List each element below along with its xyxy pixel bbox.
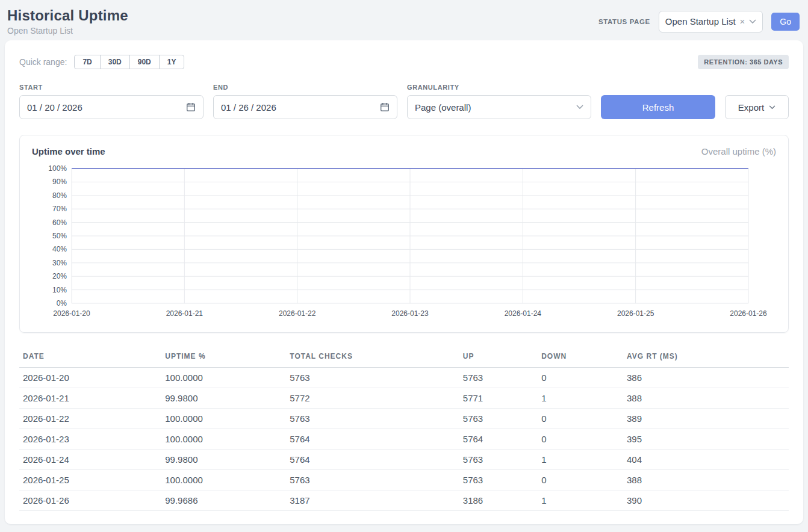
uptime-table: DATEUPTIME %TOTAL CHECKSUPDOWNAVG RT (MS… [19,348,789,511]
filters-row: START 01 / 20 / 2026 END 01 / 26 / 2026 … [19,84,789,119]
quick-range-7d-button[interactable]: 7D [74,55,100,69]
chart-svg: 0%10%20%30%40%50%60%70%80%90%100%2026-01… [32,162,776,324]
quick-range-label: Quick range: [19,57,67,67]
cell-total-checks: 5763 [288,409,462,429]
granularity-select[interactable]: Page (overall) [407,95,591,119]
cell-date: 2026-01-26 [19,490,164,511]
table-row: 2026-01-2199.9800577257711388 [19,388,789,409]
cell-uptime-pct: 100.0000 [164,429,288,450]
cell-avg-rt: 388 [626,470,789,490]
status-page-selected-value: Open Startup List [665,16,736,26]
end-date-input[interactable]: 01 / 26 / 2026 [213,95,397,119]
cell-up: 5763 [462,409,540,429]
cell-date: 2026-01-20 [19,368,164,388]
cell-avg-rt: 395 [626,429,789,450]
cell-down: 1 [540,450,626,470]
granularity-label: GRANULARITY [407,84,591,91]
calendar-icon[interactable] [186,102,196,112]
column-header: UPTIME % [164,348,288,368]
export-button[interactable]: Export [725,95,789,119]
column-header: DOWN [540,348,626,368]
chevron-down-icon [749,19,756,24]
x-axis-tick-label: 2026-01-26 [730,309,767,318]
y-axis-tick-label: 100% [48,164,67,173]
y-axis-tick-label: 60% [52,218,67,227]
start-label: START [19,84,204,91]
uptime-chart-panel: Uptime over time Overall uptime (%) 0%10… [19,135,789,333]
start-date-input[interactable]: 01 / 20 / 2026 [19,95,204,119]
start-date-value: 01 / 20 / 2026 [27,102,82,113]
cell-total-checks: 5763 [288,470,462,490]
page-header: Historical Uptime Open Startup List STAT… [0,0,808,39]
x-axis-tick-label: 2026-01-23 [391,309,429,318]
y-axis-tick-label: 40% [52,245,67,253]
refresh-button[interactable]: Refresh [601,95,715,119]
cell-avg-rt: 388 [626,388,789,409]
column-header: TOTAL CHECKS [288,348,462,368]
granularity-selected-value: Page (overall) [415,102,471,113]
cell-uptime-pct: 100.0000 [164,409,288,429]
cell-date: 2026-01-23 [19,429,164,450]
table-row: 2026-01-2499.9800576457631404 [19,450,789,470]
quick-range-90d-button[interactable]: 90D [129,55,160,69]
x-axis-tick-label: 2026-01-21 [166,309,204,318]
cell-total-checks: 5764 [288,429,462,450]
x-axis-tick-label: 2026-01-25 [617,309,654,318]
table-row: 2026-01-22100.0000576357630389 [19,409,789,429]
x-axis-tick-label: 2026-01-24 [505,309,542,318]
go-button[interactable]: Go [771,13,800,31]
status-page-label: STATUS PAGE [598,18,650,25]
cell-date: 2026-01-22 [19,409,164,429]
cell-total-checks: 5764 [288,450,462,470]
cell-avg-rt: 404 [626,450,789,470]
cell-up: 5763 [462,470,540,490]
uptime-table-head-row: DATEUPTIME %TOTAL CHECKSUPDOWNAVG RT (MS… [19,348,789,368]
chevron-down-icon [769,105,775,110]
y-axis-tick-label: 10% [52,286,67,294]
cell-up: 3186 [462,490,540,511]
main-card: Quick range: 7D 30D 90D 1Y RETENTION: 36… [5,40,803,524]
granularity-field: GRANULARITY Page (overall) [407,84,591,119]
cell-avg-rt: 390 [626,490,789,511]
page-title: Historical Uptime [7,7,128,24]
end-label: END [213,84,397,91]
cell-down: 0 [540,470,626,490]
chart-title: Uptime over time [32,146,105,156]
start-date-field: START 01 / 20 / 2026 [19,84,204,119]
chevron-down-icon [576,105,583,110]
y-axis-tick-label: 0% [57,299,67,308]
cell-uptime-pct: 99.9800 [164,450,288,470]
table-row: 2026-01-23100.0000576457640395 [19,429,789,450]
historical-uptime-page: Historical Uptime Open Startup List STAT… [0,0,808,532]
y-axis-tick-label: 50% [52,232,67,240]
quick-range-30d-button[interactable]: 30D [100,55,130,69]
table-row: 2026-01-20100.0000576357630386 [19,368,789,388]
table-row: 2026-01-25100.0000576357630388 [19,470,789,490]
cell-down: 0 [540,409,626,429]
quick-range-1y-button[interactable]: 1Y [159,55,185,69]
quick-range-row: Quick range: 7D 30D 90D 1Y RETENTION: 36… [19,55,789,69]
status-page-select[interactable]: Open Startup List × [659,11,763,32]
cell-avg-rt: 386 [626,368,789,388]
cell-date: 2026-01-24 [19,450,164,470]
uptime-table-body: 2026-01-20100.00005763576303862026-01-21… [19,368,789,511]
cell-total-checks: 5763 [288,368,462,388]
calendar-icon[interactable] [380,102,390,112]
page-subtitle: Open Startup List [7,26,128,36]
cell-date: 2026-01-25 [19,470,164,490]
y-axis-tick-label: 30% [52,259,67,267]
uptime-line-chart: 0%10%20%30%40%50%60%70%80%90%100%2026-01… [32,162,776,324]
chart-legend: Overall uptime (%) [701,146,776,156]
cell-down: 0 [540,368,626,388]
chart-header: Uptime over time Overall uptime (%) [32,146,776,156]
cell-up: 5763 [462,368,540,388]
cell-up: 5763 [462,450,540,470]
cell-down: 1 [540,388,626,409]
cell-down: 0 [540,429,626,450]
y-axis-tick-label: 20% [52,272,67,280]
end-date-value: 01 / 26 / 2026 [221,102,276,113]
clear-selection-icon[interactable]: × [740,17,745,26]
retention-badge: RETENTION: 365 DAYS [698,55,789,69]
quick-range-group: 7D 30D 90D 1Y [74,55,184,69]
cell-uptime-pct: 100.0000 [164,470,288,490]
